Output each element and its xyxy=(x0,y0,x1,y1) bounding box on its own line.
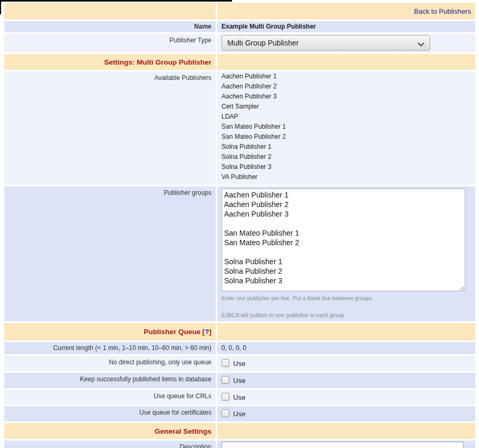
name-value: Example Multi Group Publisher xyxy=(217,21,475,32)
frame-border-left xyxy=(0,0,1,14)
list-item: Aachen Publisher 2 xyxy=(221,82,472,92)
description-input[interactable] xyxy=(221,442,464,448)
publisher-type-select[interactable]: Multi Group Publisher xyxy=(221,35,430,51)
use-queue-crls-label: Use queue for CRLs xyxy=(4,390,216,405)
top-bar-left xyxy=(4,3,216,20)
no-direct-publishing-label: No direct publishing, only use queue xyxy=(4,356,216,371)
publisher-edit-table: Back to Publishers Name Example Multi Gr… xyxy=(3,1,477,448)
keep-published-items-label: Keep successfully published items in dat… xyxy=(4,373,216,388)
checkbox-label: Use xyxy=(233,393,245,401)
list-item: San Mateo Publisher 1 xyxy=(221,122,472,132)
settings-section-title: Settings: Multi Group Publisher xyxy=(104,58,212,66)
list-item: Aachen Publisher 1 xyxy=(221,71,472,82)
help-bracket-close: ] xyxy=(209,328,212,336)
publisher-groups-help-2: EJBCA will publish to one publisher in e… xyxy=(221,312,472,321)
list-item: VA Publisher xyxy=(221,172,472,182)
available-publishers-label: Available Publishers xyxy=(4,71,216,185)
queue-section-header: Publisher Queue [?] xyxy=(4,323,216,341)
use-queue-certificates-label: Use queue for certificates xyxy=(4,406,216,422)
back-to-publishers-link[interactable]: Back to Publishers xyxy=(414,7,471,15)
list-item: Solna Publisher 1 xyxy=(221,142,472,152)
list-item: San Mateo Publisher 2 xyxy=(221,132,472,142)
use-queue-crls-checkbox[interactable] xyxy=(221,393,229,401)
use-queue-crls-field: Use xyxy=(221,390,472,401)
list-item: LDAP xyxy=(221,112,472,122)
list-item: Cert Sampler xyxy=(221,102,472,112)
checkbox-label: Use xyxy=(233,409,245,418)
keep-published-items-field: Use xyxy=(221,373,472,384)
list-item: Solna Publisher 3 xyxy=(221,162,472,172)
publisher-groups-textarea[interactable]: Aachen Publisher 1 Aachen Publisher 2 Aa… xyxy=(221,189,465,291)
current-length-label: Current length (< 1 min, 1–10 min, 10–60… xyxy=(4,342,216,354)
available-publishers-list: Aachen Publisher 1 Aachen Publisher 2 Aa… xyxy=(221,71,472,182)
list-item: Aachen Publisher 3 xyxy=(221,92,472,102)
publisher-groups-help-1: Enter one publisher per line. Put a blan… xyxy=(221,295,472,301)
checkbox-label: Use xyxy=(233,359,245,368)
publisher-groups-cell: Aachen Publisher 1 Aachen Publisher 2 Aa… xyxy=(217,186,475,321)
keep-published-items-checkbox[interactable] xyxy=(221,376,229,384)
publisher-groups-label: Publisher groups xyxy=(4,186,216,321)
checkbox-label: Use xyxy=(233,376,245,384)
use-queue-certificates-checkbox[interactable] xyxy=(221,409,229,417)
publisher-type-label: Publisher Type xyxy=(4,34,216,52)
queue-help-link[interactable]: ? xyxy=(205,328,209,336)
current-length-value: 0, 0, 0, 0 xyxy=(217,342,475,354)
use-queue-certificates-field: Use xyxy=(221,406,472,418)
general-section-header: General Settings xyxy=(4,423,216,439)
no-direct-publishing-checkbox[interactable] xyxy=(221,359,229,367)
publisher-type-cell: Multi Group Publisher xyxy=(217,34,475,52)
frame-border-top xyxy=(0,0,232,2)
top-bar-right: Back to Publishers xyxy=(217,3,475,20)
general-section-title: General Settings xyxy=(155,427,211,435)
no-direct-publishing-field: Use xyxy=(221,356,472,368)
queue-section-title: Publisher Queue xyxy=(144,328,200,336)
name-label: Name xyxy=(4,21,216,32)
description-label: Description xyxy=(4,441,216,448)
list-item: Solna Publisher 2 xyxy=(221,152,472,162)
available-publishers-cell: Aachen Publisher 1 Aachen Publisher 2 Aa… xyxy=(217,71,475,185)
settings-section-header: Settings: Multi Group Publisher xyxy=(4,54,216,70)
